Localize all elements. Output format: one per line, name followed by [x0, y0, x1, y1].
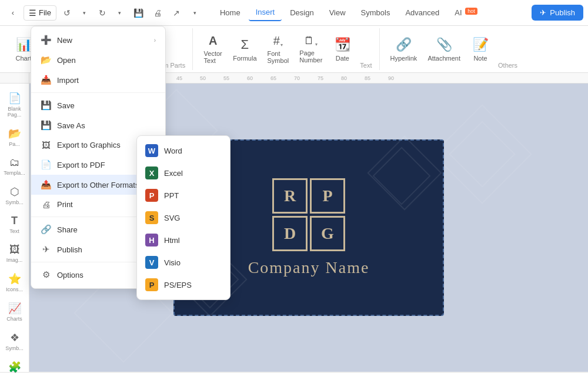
ribbon-note[interactable]: 📝 Note	[466, 35, 495, 64]
company-logo: R P D G	[272, 178, 345, 251]
tab-view[interactable]: View	[322, 5, 353, 21]
word-label: Word	[164, 146, 182, 155]
ribbon-formula[interactable]: Σ Formula	[228, 35, 261, 64]
sidebar-item-text[interactable]: T Text	[2, 211, 28, 238]
back-button[interactable]: ‹	[5, 5, 21, 21]
sidebar-item-templates[interactable]: 🗂 Templa...	[2, 153, 28, 179]
submenu-ppt[interactable]: P PPT	[137, 184, 230, 207]
ribbon-vector-text[interactable]: A VectorText	[199, 32, 227, 66]
nav-tabs: Home Insert Design View Symbols Advanced…	[213, 4, 485, 21]
print-button[interactable]: 🖨	[149, 5, 166, 21]
submenu-visio[interactable]: V Visio	[137, 251, 230, 274]
menu-item-open[interactable]: 📂 Open	[31, 50, 165, 70]
print-label: Print	[57, 200, 73, 209]
menu-item-save[interactable]: 💾 Save	[31, 95, 165, 115]
menu-item-import[interactable]: 📥 Import	[31, 70, 165, 90]
export-submenu: W Word X Excel P PPT S SVG H Html V Visi…	[136, 135, 230, 300]
date-label: Date	[336, 55, 349, 62]
sidebar-item-symbols2[interactable]: ❖ Symb...	[2, 328, 28, 355]
charts-icon: 📈	[8, 302, 21, 315]
font-symbol-label: FontSymbol	[268, 50, 289, 64]
logo-cell-d: D	[272, 216, 308, 251]
submenu-excel[interactable]: X Excel	[137, 162, 230, 184]
ppt-label: PPT	[164, 191, 179, 200]
ribbon-hyperlink[interactable]: 🔗 Hyperlink	[386, 35, 422, 64]
import-icon: 📥	[41, 75, 51, 85]
submenu-pseps[interactable]: P PS/EPS	[137, 274, 230, 296]
hyperlink-label: Hyperlink	[390, 55, 417, 62]
hyperlink-icon: 🔗	[396, 37, 412, 52]
attachment-icon: 📎	[436, 37, 452, 52]
symbols-icon: ⬡	[10, 185, 19, 198]
menu-item-save-as[interactable]: 💾 Save As	[31, 115, 165, 135]
sidebar-item-icons[interactable]: ⭐ Icons...	[2, 269, 28, 296]
page-number-arrow: ▾	[315, 42, 318, 47]
submenu-svg[interactable]: S SVG	[137, 207, 230, 229]
export-other-icon: 📤	[41, 179, 51, 190]
tab-design[interactable]: Design	[283, 5, 320, 21]
font-symbol-icon: #	[273, 34, 280, 48]
export-graphics-icon: 🖼	[41, 140, 51, 150]
widgets-icon: 🧩	[8, 361, 21, 373]
text-icon: T	[11, 215, 18, 227]
tab-insert[interactable]: Insert	[249, 4, 282, 21]
save-icon: 💾	[41, 100, 51, 111]
redo-button[interactable]: ↻	[94, 5, 111, 21]
open-icon: 📂	[41, 55, 51, 65]
sidebar-item-widgets[interactable]: 🧩 Widgets	[2, 357, 28, 373]
pseps-label: PS/EPS	[164, 281, 192, 289]
date-icon: 📆	[335, 37, 350, 52]
save-button[interactable]: 💾	[131, 5, 147, 21]
ribbon-attachment[interactable]: 📎 Attachment	[423, 35, 465, 64]
menu-item-new[interactable]: ➕ New ›	[31, 30, 165, 50]
new-icon: ➕	[41, 35, 51, 45]
tab-advanced[interactable]: Advanced	[398, 5, 446, 21]
templates-icon: 🗂	[9, 156, 20, 169]
publish-menu-icon: ✈	[41, 244, 51, 255]
symbols2-icon: ❖	[10, 331, 19, 344]
publish-button[interactable]: ✈ Publish	[532, 5, 583, 21]
text-section-label: Text	[358, 61, 374, 70]
logo-cell-g: G	[310, 216, 345, 251]
sidebar-item-charts[interactable]: 📈 Charts	[2, 298, 28, 325]
tab-symbols[interactable]: Symbols	[354, 5, 397, 21]
sidebar-item-pa[interactable]: 📂 Pa...	[2, 124, 28, 151]
undo-dropdown[interactable]: ▾	[76, 5, 93, 21]
file-label: File	[39, 8, 51, 17]
vector-text-label: VectorText	[204, 50, 222, 64]
formula-icon: Σ	[241, 37, 249, 52]
export-dropdown[interactable]: ▾	[187, 5, 203, 21]
submenu-html[interactable]: H Html	[137, 229, 230, 251]
ribbon-group-text: A VectorText Σ Formula # ▾ FontSymbol 🗒 …	[194, 28, 379, 70]
ribbon-group-others: 🔗 Hyperlink 📎 Attachment 📝 Note Others	[381, 28, 525, 70]
top-bar: ‹ ☰ File ↺ ▾ ↻ ▾ 💾 🖨 ↗ ▾ Home Insert Des…	[0, 0, 588, 26]
tab-ai[interactable]: AI hot	[447, 5, 484, 21]
export-button[interactable]: ↗	[168, 5, 185, 21]
others-section-label: Others	[496, 61, 520, 70]
page-number-label: PageNumber	[299, 49, 322, 64]
excel-icon: X	[145, 166, 158, 179]
html-label: Html	[164, 236, 180, 245]
blank-page-icon: 📄	[8, 92, 21, 105]
sidebar-item-blank-page[interactable]: 📄 BlankPag...	[2, 88, 28, 121]
pseps-icon: P	[145, 278, 158, 291]
formula-label: Formula	[233, 55, 256, 62]
export-graphics-label: Export to Graphics	[57, 141, 121, 149]
undo-button[interactable]: ↺	[59, 5, 75, 21]
ribbon-date[interactable]: 📆 Date	[328, 35, 356, 64]
note-label: Note	[473, 55, 487, 62]
redo-dropdown[interactable]: ▾	[112, 5, 128, 21]
ribbon-font-symbol[interactable]: # ▾ FontSymbol	[263, 32, 294, 66]
new-arrow: ›	[154, 37, 156, 44]
file-menu-button[interactable]: ☰ File	[24, 5, 56, 21]
icons-icon: ⭐	[8, 272, 21, 285]
export-other-label: Export to Other Formats	[57, 181, 139, 189]
tab-home[interactable]: Home	[213, 5, 248, 21]
sidebar-item-symbols[interactable]: ⬡ Symb...	[2, 182, 28, 209]
undo-redo-group: ↺ ▾ ↻ ▾	[59, 5, 128, 21]
ribbon-page-number[interactable]: 🗒 ▾ PageNumber	[295, 32, 327, 66]
sidebar-item-images[interactable]: 🖼 Imag...	[2, 240, 28, 267]
submenu-word[interactable]: W Word	[137, 139, 230, 162]
font-symbol-arrow: ▾	[280, 42, 283, 48]
excel-label: Excel	[164, 169, 183, 178]
